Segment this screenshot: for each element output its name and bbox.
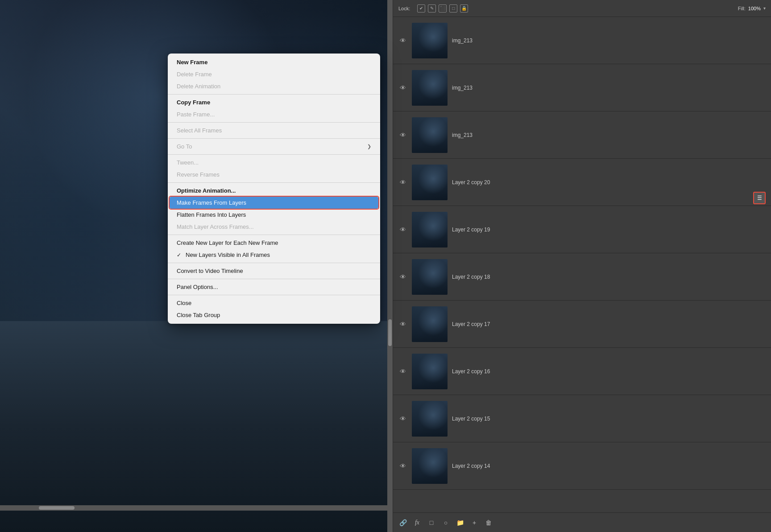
layer-thumbnail [412, 354, 448, 389]
layer-visibility-icon[interactable]: 👁 [398, 320, 407, 329]
menu-item-label: Delete Animation [177, 83, 220, 90]
layer-item[interactable]: 👁 Layer 2 copy 16 [393, 348, 771, 395]
menu-item-new-frame[interactable]: New Frame [168, 56, 380, 68]
menu-separator [168, 138, 380, 139]
menu-separator [168, 154, 380, 155]
menu-separator [168, 279, 380, 279]
layer-item[interactable]: 👁 Layer 2 copy 14 [393, 442, 771, 490]
layer-item[interactable]: 👁 Layer 2 copy 19 [393, 206, 771, 253]
layer-name: img_213 [452, 85, 766, 91]
menu-item-go-to: Go To❯ [168, 140, 380, 153]
menu-item-optimize-animation[interactable]: Optimize Animation... [168, 185, 380, 197]
lock-all-icon[interactable]: 🔒 [460, 4, 468, 12]
panel-header: Lock: ✔ ✎ ⬛ □ 🔒 Fill: 100% ▾ [393, 0, 771, 17]
lock-label: Lock: [398, 6, 410, 11]
layer-visibility-icon[interactable]: 👁 [398, 36, 407, 45]
horizontal-scrollbar-thumb[interactable] [39, 506, 75, 510]
layer-item[interactable]: 👁 Layer 2 copy 18 [393, 253, 771, 301]
layer-visibility-icon[interactable]: 👁 [398, 414, 407, 423]
layer-item[interactable]: 👁 Layer 2 copy 20 [393, 159, 771, 206]
menu-item-label: Optimize Animation... [177, 187, 236, 194]
menu-item-tween: Tween... [168, 157, 380, 169]
menu-item-match-layer: Match Layer Across Frames... [168, 221, 380, 233]
highlighted-menu-item-wrapper: Make Frames From Layers [168, 197, 380, 209]
circle-mask-icon[interactable]: ○ [441, 518, 450, 527]
menu-item-label: Close [177, 300, 191, 306]
lock-artboard-icon[interactable]: □ [449, 4, 457, 12]
menu-item-delete-animation: Delete Animation [168, 80, 380, 92]
menu-item-delete-frame: Delete Frame [168, 68, 380, 80]
lock-position-icon[interactable]: ✎ [428, 4, 436, 12]
menu-separator [168, 295, 380, 295]
layer-thumbnail [412, 306, 448, 342]
layer-thumbnail [412, 70, 448, 106]
layer-item[interactable]: 👁 Layer 2 copy 15 [393, 395, 771, 442]
menu-item-close[interactable]: Close [168, 297, 380, 309]
menu-separator [168, 182, 380, 183]
layer-thumbnail [412, 117, 448, 153]
layer-thumbnail [412, 212, 448, 247]
vertical-scrollbar-thumb[interactable] [388, 319, 392, 346]
menu-item-make-frames-from-layers[interactable]: Make Frames From Layers [170, 197, 378, 209]
menu-item-label: Match Layer Across Frames... [177, 223, 254, 230]
layer-thumbnail [412, 23, 448, 58]
layer-item[interactable]: 👁 img_213 [393, 17, 771, 64]
new-layer-icon[interactable]: + [470, 518, 479, 527]
menu-item-close-tab-group[interactable]: Close Tab Group [168, 309, 380, 321]
layer-name: Layer 2 copy 14 [452, 463, 766, 469]
fill-dropdown-icon[interactable]: ▾ [763, 6, 766, 11]
layer-name: Layer 2 copy 20 [452, 179, 766, 186]
layer-name: img_213 [452, 37, 766, 44]
menu-item-panel-options[interactable]: Panel Options... [168, 281, 380, 293]
layer-visibility-icon[interactable]: 👁 [398, 178, 407, 187]
menu-item-paste-frame: Paste Frame... [168, 108, 380, 120]
check-mark: ✓ [177, 252, 183, 258]
menu-item-create-new-layer[interactable]: Create New Layer for Each New Frame [168, 237, 380, 249]
menu-item-label: Copy Frame [177, 99, 210, 106]
layer-name: Layer 2 copy 19 [452, 227, 766, 233]
menu-item-label: Create New Layer for Each New Frame [177, 239, 278, 246]
menu-item-convert-to-video[interactable]: Convert to Video Timeline [168, 265, 380, 277]
fx-icon[interactable]: fx [413, 518, 422, 527]
menu-item-label: Panel Options... [177, 284, 218, 290]
layer-item[interactable]: 👁 img_213 [393, 111, 771, 159]
delete-layer-icon[interactable]: 🗑 [484, 518, 493, 527]
layer-list[interactable]: 👁 img_213 👁 img_213 👁 img_213 👁 Layer 2 … [393, 17, 771, 512]
lock-controls: ✔ ✎ ⬛ □ 🔒 [417, 4, 468, 12]
layer-item[interactable]: 👁 Layer 2 copy 17 [393, 301, 771, 348]
layer-item[interactable]: 👁 img_213 [393, 64, 771, 111]
lock-pixels-icon[interactable]: ✔ [417, 4, 425, 12]
layer-visibility-icon[interactable]: 👁 [398, 462, 407, 470]
layer-visibility-icon[interactable]: 👁 [398, 83, 407, 92]
layer-name: Layer 2 copy 16 [452, 368, 766, 375]
layer-visibility-icon[interactable]: 👁 [398, 131, 407, 140]
menu-item-flatten-frames[interactable]: Flatten Frames Into Layers [168, 209, 380, 221]
vertical-scrollbar[interactable] [387, 0, 393, 532]
layer-visibility-icon[interactable]: 👁 [398, 367, 407, 376]
menu-item-reverse-frames: Reverse Frames [168, 169, 380, 181]
context-menu: New FrameDelete FrameDelete AnimationCop… [168, 54, 380, 324]
menu-item-copy-frame[interactable]: Copy Frame [168, 96, 380, 108]
menu-item-new-layers-visible[interactable]: ✓New Layers Visible in All Frames [168, 249, 380, 261]
layer-name: Layer 2 copy 17 [452, 321, 766, 327]
panel-toolbar: 🔗 fx □ ○ 📁 + 🗑 [393, 512, 771, 532]
fill-value: 100% [748, 6, 761, 11]
folder-icon[interactable]: 📁 [456, 518, 464, 527]
fill-label: Fill: [738, 6, 746, 11]
layer-thumbnail [412, 165, 448, 200]
horizontal-scrollbar[interactable] [0, 505, 387, 511]
menu-item-label: Convert to Video Timeline [177, 268, 243, 274]
lock-move-icon[interactable]: ⬛ [439, 4, 447, 12]
fill-section: Fill: 100% ▾ [738, 6, 766, 11]
add-mask-icon[interactable]: □ [427, 518, 436, 527]
menu-item-label: New Frame [177, 59, 207, 66]
layer-visibility-icon[interactable]: 👁 [398, 272, 407, 281]
menu-separator [168, 263, 380, 263]
layer-visibility-icon[interactable]: 👁 [398, 225, 407, 234]
layer-thumbnail [412, 259, 448, 295]
menu-item-label: Flatten Frames Into Layers [177, 211, 246, 218]
link-layers-icon[interactable]: 🔗 [398, 518, 407, 527]
menu-separator [168, 235, 380, 235]
panel-menu-button[interactable]: ☰ [753, 192, 766, 204]
menu-item-label: Reverse Frames [177, 171, 220, 178]
